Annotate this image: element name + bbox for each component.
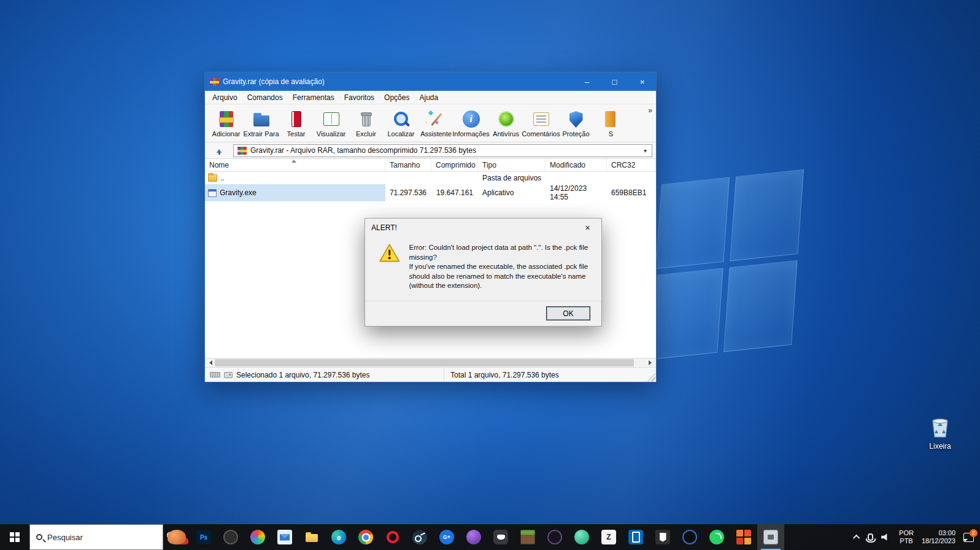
close-button[interactable]: ×: [628, 72, 656, 91]
taskbar-slot[interactable]: e: [325, 524, 352, 550]
toolbar-label: Comentários: [522, 130, 560, 138]
right-arrow-icon: [649, 360, 654, 365]
table-row-gravity-exe[interactable]: Gravity.exe 71.297.536 19.647.161 Aplica…: [205, 184, 656, 196]
volume-icon[interactable]: [881, 533, 891, 541]
drive-icon[interactable]: [224, 372, 233, 378]
taskbar-slot[interactable]: [622, 524, 649, 550]
taskbar-slot[interactable]: Ps: [190, 524, 217, 550]
toolbar-label: Localizar: [387, 130, 414, 138]
maximize-button[interactable]: □: [601, 72, 628, 91]
show-hidden-icons-chevron[interactable]: [853, 535, 860, 541]
taskbar-slot-active-window[interactable]: [757, 524, 784, 550]
action-center-icon[interactable]: 2: [963, 533, 974, 542]
scroll-right-button[interactable]: [647, 358, 656, 367]
taskbar-slot[interactable]: [163, 524, 190, 550]
taskbar-slot[interactable]: [487, 524, 514, 550]
menu-opcoes[interactable]: Opções: [379, 92, 414, 103]
minecraft-icon: [520, 530, 535, 544]
taskbar-slot[interactable]: [244, 524, 271, 550]
protect-shield-icon: [566, 110, 586, 128]
menu-ajuda[interactable]: Ajuda: [414, 92, 443, 103]
ok-button[interactable]: OK: [546, 306, 590, 320]
sort-indicator: [291, 157, 296, 163]
title-bar[interactable]: Gravity.rar (cópia de avaliação) – □ ×: [205, 72, 656, 91]
status-total-text: Total 1 arquivo, 71.297.536 bytes: [444, 371, 656, 379]
keyboard-icon[interactable]: [210, 372, 220, 378]
table-row-parent-dir[interactable]: .. Pasta de arquivos: [205, 172, 656, 184]
dialog-close-button[interactable]: ×: [574, 219, 601, 237]
taskbar-slot[interactable]: [271, 524, 298, 550]
up-arrow-icon: [216, 147, 222, 155]
find-button[interactable]: Localizar: [384, 107, 419, 141]
epic-games-icon: [655, 530, 670, 544]
comments-button[interactable]: Comentários: [523, 107, 558, 141]
column-modificado[interactable]: Modificado: [546, 159, 607, 171]
search-input[interactable]: [47, 533, 156, 542]
menu-ferramentas[interactable]: Ferramentas: [288, 92, 339, 103]
column-tamanho[interactable]: Tamanho: [385, 159, 431, 171]
test-book-icon: [287, 110, 306, 128]
delete-button[interactable]: Excluir: [349, 107, 384, 141]
wizard-button[interactable]: Assistente: [419, 107, 453, 141]
column-crc32[interactable]: CRC32: [607, 159, 656, 171]
start-button[interactable]: [0, 524, 29, 550]
taskbar-slot[interactable]: [730, 524, 757, 550]
winrar-app-icon: [210, 78, 219, 86]
find-magnifier-icon: [392, 110, 411, 128]
toolbar-label: Informações: [452, 130, 490, 138]
test-button[interactable]: Testar: [279, 107, 314, 141]
taskbar-slot[interactable]: [703, 524, 730, 550]
microphone-icon[interactable]: [868, 533, 873, 541]
add-button[interactable]: Adicionar: [209, 107, 244, 141]
menu-favoritos[interactable]: Favoritos: [339, 92, 379, 103]
up-directory-button[interactable]: [209, 144, 230, 157]
view-button[interactable]: Visualizar: [314, 107, 349, 141]
taskbar-slot[interactable]: [352, 524, 379, 550]
taskbar-slot[interactable]: [676, 524, 703, 550]
archive-path-combo[interactable]: Gravity.rar - Arquivo RAR, tamanho desco…: [233, 144, 652, 157]
dialog-title-bar[interactable]: ALERT! ×: [365, 219, 601, 237]
taskbar-slot[interactable]: [460, 524, 487, 550]
language-indicator[interactable]: POR PTB: [899, 529, 914, 544]
taskbar-slot[interactable]: [298, 524, 325, 550]
scroll-left-button[interactable]: [205, 358, 214, 367]
taskbar-slot[interactable]: Z: [595, 524, 622, 550]
sfx-button-partial[interactable]: S: [593, 107, 628, 141]
toolbar-overflow-chevron[interactable]: »: [646, 106, 655, 115]
taskbar-slot[interactable]: [217, 524, 244, 550]
column-tipo[interactable]: Tipo: [478, 159, 546, 171]
address-dropdown-button[interactable]: ▾: [640, 145, 650, 157]
file-compressed: 19.647.161: [431, 188, 478, 197]
mail-icon: [277, 530, 292, 544]
antivirus-button[interactable]: Antivírus: [488, 107, 523, 141]
taskbar-slot[interactable]: [406, 524, 433, 550]
dialog-message-line2: If you've renamed the executable, the as…: [409, 262, 590, 291]
taskbar-search[interactable]: [29, 524, 163, 550]
taskbar-slot[interactable]: [541, 524, 568, 550]
menu-arquivo[interactable]: Arquivo: [207, 92, 242, 103]
taskbar-slot[interactable]: [379, 524, 406, 550]
menu-bar: Arquivo Comandos Ferramentas Favoritos O…: [205, 91, 656, 104]
file-type: Aplicativo: [478, 188, 546, 197]
column-comprimido[interactable]: Comprimido: [431, 159, 478, 171]
toolbar-label: Excluir: [356, 130, 376, 138]
menu-comandos[interactable]: Comandos: [242, 92, 288, 103]
art-app-icon: [250, 530, 265, 544]
scrollbar-thumb[interactable]: [215, 359, 634, 366]
horizontal-scrollbar[interactable]: [205, 358, 656, 367]
clock[interactable]: 03:00 18/12/2023: [922, 529, 955, 544]
taskbar-slot[interactable]: G+: [433, 524, 460, 550]
teal-app-icon: [574, 530, 589, 544]
minimize-button[interactable]: –: [573, 72, 601, 91]
taskbar-slot[interactable]: [514, 524, 541, 550]
info-button[interactable]: Informações: [453, 107, 488, 141]
taskbar-slot[interactable]: [649, 524, 676, 550]
extract-to-button[interactable]: Extrair Para: [244, 107, 279, 141]
protect-button[interactable]: Proteção: [558, 107, 593, 141]
orange-grid-icon: [736, 530, 751, 544]
add-books-icon: [217, 110, 236, 128]
info-icon: [463, 110, 480, 128]
taskbar-slot[interactable]: [568, 524, 595, 550]
view-book-icon: [322, 110, 341, 128]
recycle-bin-desktop-icon[interactable]: Lixeira: [920, 415, 960, 451]
